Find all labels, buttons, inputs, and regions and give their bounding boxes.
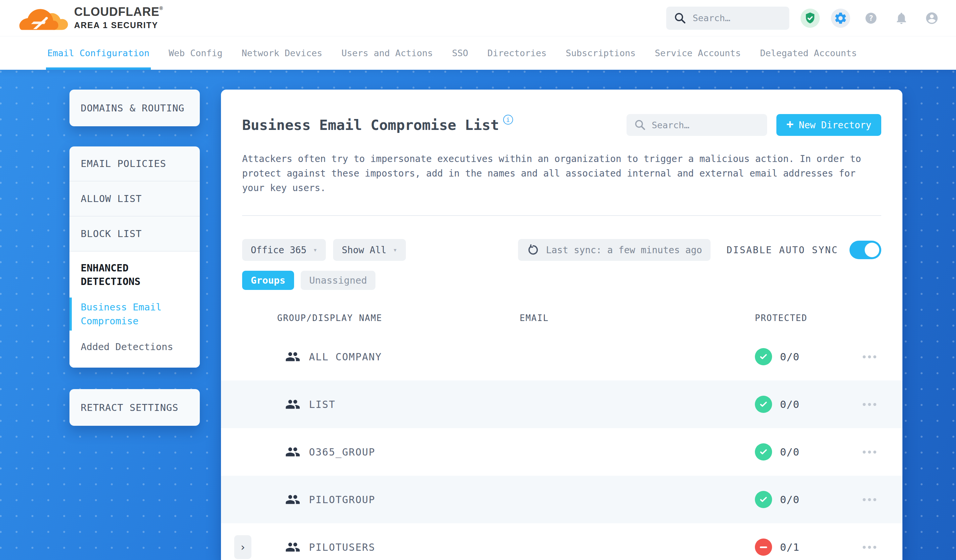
column-header-name: GROUP/DISPLAY NAME xyxy=(277,313,520,323)
plus-icon: + xyxy=(786,118,794,130)
sidebar-item[interactable]: ALLOW LIST xyxy=(69,182,200,216)
help-button[interactable]: ? xyxy=(862,9,881,28)
table-row[interactable]: O365_GROUP 0/0 xyxy=(221,428,903,476)
table-row[interactable]: ALL COMPANY 0/0 xyxy=(221,333,903,381)
auto-sync-toggle[interactable] xyxy=(849,241,881,259)
protected-status-icon xyxy=(755,348,772,365)
nav-tab[interactable]: Web Config xyxy=(169,36,223,70)
security-status-button[interactable] xyxy=(800,9,820,28)
user-icon xyxy=(925,11,939,25)
column-header-email: EMAIL xyxy=(520,313,755,323)
show-filter-dropdown[interactable]: Show All ▾ xyxy=(333,239,406,261)
group-tab[interactable]: Groups xyxy=(242,271,294,290)
new-directory-button[interactable]: + New Directory xyxy=(777,114,881,136)
row-menu-button[interactable] xyxy=(859,400,880,409)
table-row[interactable]: LIST 0/0 xyxy=(221,381,903,428)
table-row[interactable]: PILOTUSERS 0/1 xyxy=(221,523,903,560)
secondary-nav: Email ConfigurationWeb ConfigNetwork Dev… xyxy=(0,36,956,70)
caret-down-icon: ▾ xyxy=(313,246,318,254)
group-icon xyxy=(285,349,300,364)
check-icon xyxy=(759,495,768,504)
settings-button[interactable] xyxy=(831,9,850,28)
table-row[interactable]: PILOTGROUP 0/0 xyxy=(221,476,903,523)
last-sync-status[interactable]: Last sync: a few minutes ago xyxy=(518,239,711,261)
sidebar-item-domains-routing[interactable]: DOMAINS & ROUTING xyxy=(69,89,200,126)
group-name: LIST xyxy=(309,399,335,410)
check-icon xyxy=(759,447,768,456)
account-button[interactable] xyxy=(922,9,942,28)
row-menu-button[interactable] xyxy=(859,352,880,362)
group-name: ALL COMPANY xyxy=(309,351,382,362)
group-icon xyxy=(285,540,300,555)
auto-sync-label: DISABLE AUTO SYNC xyxy=(726,245,838,256)
nav-tab[interactable]: SSO xyxy=(452,36,469,70)
group-icon xyxy=(285,397,300,412)
nav-tab[interactable]: Delegated Accounts xyxy=(760,36,857,70)
cloudflare-logo[interactable]: CLOUDFLARE® AREA 1 SECURITY xyxy=(19,5,163,32)
main-panel: Business Email Compromise List i + New D… xyxy=(221,89,903,560)
protected-count: 0/0 xyxy=(780,398,800,410)
list-search[interactable] xyxy=(627,114,767,136)
protected-count: 0/0 xyxy=(780,494,800,505)
sidebar-item[interactable]: BLOCK LIST xyxy=(69,216,200,252)
row-menu-button[interactable] xyxy=(859,447,880,457)
protected-count: 0/1 xyxy=(780,541,800,553)
sidebar-links: Business Email CompromiseAdded Detection… xyxy=(81,300,189,354)
sidebar-item-retract-settings[interactable]: RETRACT SETTINGS xyxy=(69,389,200,426)
sidebar-card-policies: EMAIL POLICIESALLOW LISTBLOCK LIST ENHAN… xyxy=(69,146,200,368)
groups-table: GROUP/DISPLAY NAME EMAIL PROTECTED A xyxy=(221,313,903,560)
check-icon xyxy=(759,400,768,409)
table-body: ALL COMPANY 0/0 xyxy=(221,333,903,560)
nav-tab[interactable]: Email Configuration xyxy=(47,36,149,70)
group-name: PILOTGROUP xyxy=(309,494,376,505)
svg-text:?: ? xyxy=(869,14,873,22)
top-bar: CLOUDFLARE® AREA 1 SECURITY ? xyxy=(0,0,956,36)
protected-status-icon xyxy=(755,396,772,413)
divider xyxy=(242,215,881,216)
refresh-icon xyxy=(527,243,540,257)
global-search-input[interactable] xyxy=(693,13,782,23)
sidebar-link[interactable]: Added Detections xyxy=(81,340,189,354)
expand-row-button[interactable] xyxy=(234,535,252,559)
search-icon xyxy=(673,12,687,25)
row-menu-button[interactable] xyxy=(859,495,880,505)
nav-tab[interactable]: Subscriptions xyxy=(566,36,635,70)
nav-tab[interactable]: Network Devices xyxy=(242,36,322,70)
global-search[interactable] xyxy=(666,6,789,30)
info-icon[interactable]: i xyxy=(503,115,513,125)
protected-count: 0/0 xyxy=(780,351,800,362)
registered-mark: ® xyxy=(159,6,163,11)
group-icon xyxy=(285,444,300,460)
protected-count: 0/0 xyxy=(780,446,800,458)
sidebar-policy-items: EMAIL POLICIESALLOW LISTBLOCK LIST xyxy=(69,146,200,252)
sidebar: DOMAINS & ROUTING EMAIL POLICIESALLOW LI… xyxy=(69,89,200,426)
brand-name: CLOUDFLARE® xyxy=(74,5,163,19)
gear-icon xyxy=(833,11,848,25)
group-icon xyxy=(285,492,300,507)
group-tabs: GroupsUnassigned xyxy=(242,271,881,290)
notifications-button[interactable] xyxy=(892,9,911,28)
group-name: O365_GROUP xyxy=(309,446,376,458)
nav-tab[interactable]: Directories xyxy=(487,36,546,70)
caret-down-icon: ▾ xyxy=(393,246,397,254)
list-search-input[interactable] xyxy=(652,120,760,130)
row-menu-button[interactable] xyxy=(859,543,880,552)
nav-tab[interactable]: Users and Actions xyxy=(341,36,433,70)
cloudflare-cloud-icon xyxy=(19,5,69,32)
directory-filter-dropdown[interactable]: Office 365 ▾ xyxy=(242,239,326,261)
page-title: Business Email Compromise List xyxy=(242,117,499,133)
page-description: Attackers often try to impersonate execu… xyxy=(242,152,881,195)
protected-status-icon xyxy=(755,491,772,508)
sidebar-link[interactable]: Business Email Compromise xyxy=(81,300,189,328)
minus-icon xyxy=(760,546,767,548)
group-tab[interactable]: Unassigned xyxy=(301,271,376,290)
content-area: DOMAINS & ROUTING EMAIL POLICIESALLOW LI… xyxy=(0,70,956,560)
protected-status-icon xyxy=(755,538,772,556)
protected-status-icon xyxy=(755,443,772,461)
sidebar-item[interactable]: EMAIL POLICIES xyxy=(69,146,200,182)
sidebar-section-title[interactable]: ENHANCED DETECTIONS xyxy=(81,262,150,288)
bell-icon xyxy=(895,11,908,25)
check-icon xyxy=(759,352,768,361)
group-name: PILOTUSERS xyxy=(309,541,376,553)
nav-tab[interactable]: Service Accounts xyxy=(655,36,741,70)
